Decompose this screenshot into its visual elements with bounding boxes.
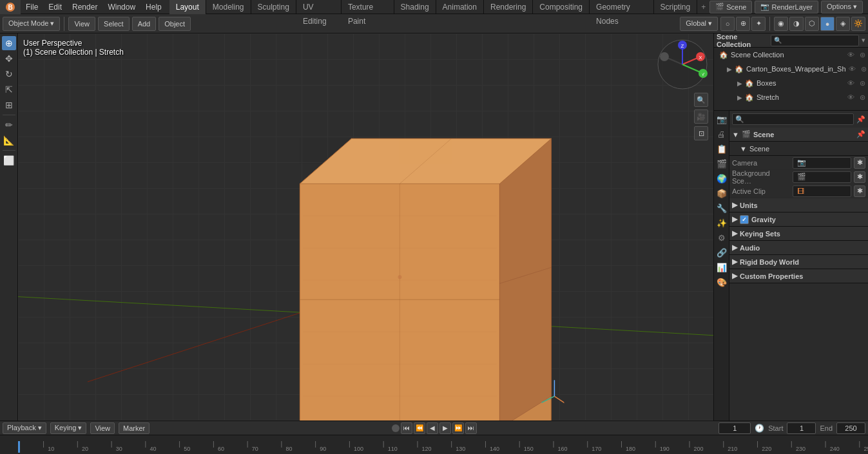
shading-rendered[interactable]: 🔆 xyxy=(851,17,865,31)
add-menu-button[interactable]: Add xyxy=(132,17,157,31)
viewport[interactable]: User Perspective (1) Scene Collection | … xyxy=(18,33,713,421)
snap-settings-button[interactable]: ✦ xyxy=(751,17,766,31)
data-properties-icon[interactable]: 📊 xyxy=(715,260,729,274)
measure-tool-button[interactable]: 📐 xyxy=(2,133,16,147)
scene-subsection-header[interactable]: ▼ Scene xyxy=(729,142,868,156)
material-properties-icon[interactable]: 🎨 xyxy=(715,275,729,289)
boxes-visibility-icon[interactable]: 👁 xyxy=(847,79,854,87)
physics-properties-icon[interactable]: ⚙ xyxy=(715,231,729,245)
restrict-icon[interactable]: ⊛ xyxy=(860,51,865,59)
particles-properties-icon[interactable]: ✨ xyxy=(715,216,729,230)
camera-picker-btn[interactable]: ✱ xyxy=(854,157,865,169)
carton-restrict-icon[interactable]: ⊛ xyxy=(861,65,867,73)
cursor-tool-button[interactable]: ⊕ xyxy=(2,36,16,50)
tab-modeling[interactable]: Modeling xyxy=(206,0,251,14)
transform-tool-button[interactable]: ⊞ xyxy=(2,98,16,112)
timeline-ruler[interactable]: 10 20 30 40 50 60 70 80 90 100 xyxy=(0,435,868,454)
scene-section-header[interactable]: ▼ 🎬 Scene 📌 xyxy=(729,128,868,142)
rotate-tool-button[interactable]: ↻ xyxy=(2,67,16,81)
rigid-body-section-header[interactable]: ▶ Rigid Body World xyxy=(729,255,868,269)
background-scene-picker-btn[interactable]: ✱ xyxy=(854,171,865,183)
start-frame-input[interactable] xyxy=(787,422,816,434)
help-menu[interactable]: Help xyxy=(140,0,167,14)
tab-uv-editing[interactable]: UV Editing xyxy=(296,0,342,14)
custom-properties-section-header[interactable]: ▶ Custom Properties xyxy=(729,269,868,283)
active-clip-value[interactable]: 🎞 xyxy=(793,185,851,197)
tab-animation[interactable]: Animation xyxy=(436,0,484,14)
outliner-filter-button[interactable]: ▾ xyxy=(862,36,865,44)
properties-pin-icon[interactable]: 📌 xyxy=(856,115,865,124)
outliner-item-stretch[interactable]: ▶ 🏠 Stretch 👁 ⊛ xyxy=(714,90,868,104)
view-layer-properties-icon[interactable]: 📋 xyxy=(715,142,729,156)
modifier-properties-icon[interactable]: 🔧 xyxy=(715,201,729,215)
shading-button[interactable]: ◑ xyxy=(789,17,804,31)
window-menu[interactable]: Window xyxy=(102,0,140,14)
properties-search-input[interactable] xyxy=(732,113,854,125)
shading-wireframe[interactable]: ⬡ xyxy=(805,17,819,31)
snap-toggle-button[interactable]: ⊕ xyxy=(736,17,750,31)
stretch-restrict-icon[interactable]: ⊛ xyxy=(860,93,865,102)
tab-geometry-nodes[interactable]: Geometry Nodes xyxy=(590,0,653,14)
camera-value[interactable]: 📷 xyxy=(793,157,851,169)
tab-texture-paint[interactable]: Texture Paint xyxy=(342,0,394,14)
marker-menu-button[interactable]: Marker xyxy=(119,422,149,434)
step-back-button[interactable]: ⏪ xyxy=(414,422,425,434)
end-frame-input[interactable] xyxy=(836,422,865,434)
object-properties-icon[interactable]: 📦 xyxy=(715,186,729,200)
jump-to-end-button[interactable]: ⏭ xyxy=(465,422,477,434)
transform-orientation-button[interactable]: Global ▾ xyxy=(680,17,718,31)
outliner-item-boxes[interactable]: ▶ 🏠 Boxes 👁 ⊛ xyxy=(714,76,868,90)
playback-menu-button[interactable]: Playback ▾ xyxy=(3,422,46,434)
tab-rendering[interactable]: Rendering xyxy=(484,0,533,14)
render-layer-selector[interactable]: 📷 RenderLayer xyxy=(755,1,818,14)
current-frame-input[interactable] xyxy=(719,422,751,434)
world-properties-icon[interactable]: 🌍 xyxy=(715,171,729,185)
carton-visibility-icon[interactable]: 👁 xyxy=(849,65,856,73)
tab-layout[interactable]: Layout xyxy=(169,0,206,14)
tab-sculpting[interactable]: Sculpting xyxy=(251,0,296,14)
file-menu[interactable]: File xyxy=(21,0,43,14)
play-back-button[interactable]: ◀ xyxy=(427,422,438,434)
render-properties-icon[interactable]: 📷 xyxy=(715,112,729,126)
show-all-button[interactable]: ⊡ xyxy=(694,126,708,140)
visibility-icon[interactable]: 👁 xyxy=(847,51,854,59)
audio-section-header[interactable]: ▶ Audio xyxy=(729,241,868,255)
play-button[interactable]: ▶ xyxy=(439,422,451,434)
scene-pin-icon[interactable]: 📌 xyxy=(856,130,865,138)
tab-scripting[interactable]: Scripting xyxy=(654,0,698,14)
keying-sets-section-header[interactable]: ▶ Keying Sets xyxy=(729,227,868,241)
options-button[interactable]: Options ▾ xyxy=(821,1,863,14)
camera-view-button[interactable]: 🎥 xyxy=(694,109,708,124)
select-menu-button[interactable]: Select xyxy=(98,17,130,31)
object-menu-button[interactable]: Object xyxy=(159,17,191,31)
gravity-checkbox[interactable]: ✓ xyxy=(740,215,749,224)
edit-menu[interactable]: Edit xyxy=(43,0,67,14)
keying-menu-button[interactable]: Keying ▾ xyxy=(50,422,87,434)
zoom-in-button[interactable]: 🔍 xyxy=(694,93,708,107)
stretch-visibility-icon[interactable]: 👁 xyxy=(847,93,854,101)
scene-selector[interactable]: 🎬 Scene xyxy=(709,1,752,14)
tab-shading[interactable]: Shading xyxy=(394,0,436,14)
blender-logo[interactable]: B xyxy=(0,0,21,14)
active-clip-picker-btn[interactable]: ✱ xyxy=(854,185,865,197)
scene-properties-icon[interactable]: 🎬 xyxy=(715,156,729,171)
object-mode-button[interactable]: Object Mode ▾ xyxy=(3,17,60,31)
viewport-overlay-button[interactable]: ◉ xyxy=(774,17,788,31)
units-section-header[interactable]: ▶ Units xyxy=(729,198,868,213)
background-scene-value[interactable]: 🎬 xyxy=(793,171,851,183)
add-workspace-tab[interactable]: + xyxy=(697,3,709,12)
shading-material[interactable]: ◈ xyxy=(836,17,850,31)
proportional-edit-button[interactable]: ○ xyxy=(720,17,735,31)
output-properties-icon[interactable]: 🖨 xyxy=(715,127,729,141)
outliner-item-scene-collection[interactable]: 🏠 Scene Collection 👁 ⊛ xyxy=(714,48,868,62)
record-button[interactable] xyxy=(392,424,400,432)
view-menu-button[interactable]: View xyxy=(90,422,115,434)
outliner-item-carton-boxes[interactable]: ▶ 🏠 Carton_Boxes_Wrapped_in_Sh 👁 ⊛ xyxy=(714,62,868,76)
jump-to-start-button[interactable]: ⏮ xyxy=(401,422,412,434)
constraints-properties-icon[interactable]: 🔗 xyxy=(715,245,729,260)
outliner-search-input[interactable] xyxy=(771,35,859,46)
step-forward-button[interactable]: ⏩ xyxy=(452,422,464,434)
boxes-restrict-icon[interactable]: ⊛ xyxy=(860,79,865,88)
navigation-gizmo[interactable]: X Z Y xyxy=(657,39,708,90)
add-object-tool-button[interactable]: ⬜ xyxy=(2,153,16,167)
